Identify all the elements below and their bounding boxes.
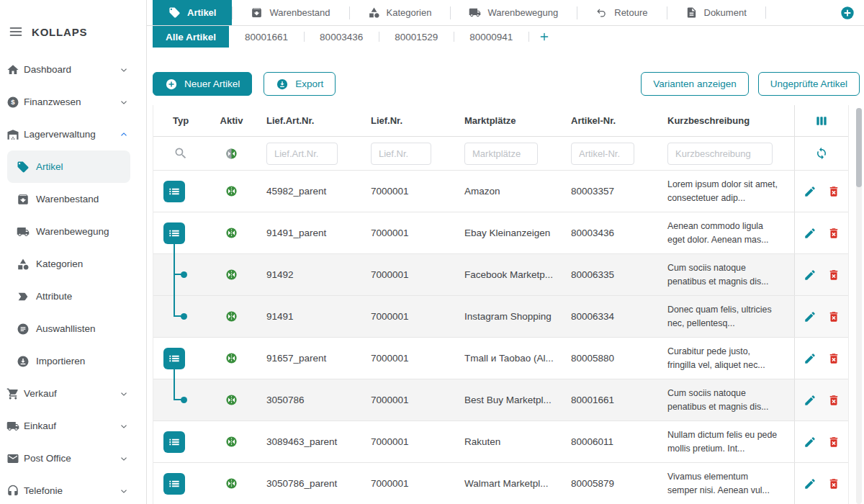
sidebar-item-verkauf[interactable]: Verkauf: [0, 377, 146, 410]
sidebar-item-lagerverwaltung[interactable]: Lagerverwaltung: [0, 118, 146, 150]
edit-button[interactable]: [804, 269, 816, 282]
subtab-80000941[interactable]: 80000941: [454, 26, 528, 48]
sidebar-item-warenbestand[interactable]: Warenbestand: [7, 183, 130, 215]
filter-lief-nr-input[interactable]: [371, 143, 431, 165]
list-icon: [167, 477, 181, 491]
unchecked-articles-button[interactable]: Ungeprüfte Artikel: [758, 72, 860, 96]
edit-button[interactable]: [804, 352, 816, 365]
article-type-button[interactable]: [163, 473, 185, 495]
delete-button[interactable]: [827, 269, 840, 282]
subtab-80001529[interactable]: 80001529: [379, 26, 454, 48]
tab-kategorien[interactable]: Kategorien: [349, 0, 451, 25]
active-filter-toggle[interactable]: [225, 148, 238, 160]
cell-lief-nr: 7000001: [359, 395, 453, 405]
sidebar-item-finanzwesen[interactable]: $Finanzwesen: [0, 86, 146, 118]
article-type-button[interactable]: [163, 431, 185, 453]
sidebar-item-kategorien[interactable]: Kategorien: [7, 248, 130, 280]
export-button[interactable]: Export: [264, 72, 336, 96]
subtab-80003436[interactable]: 80003436: [304, 26, 379, 48]
plus-icon: [539, 31, 550, 42]
new-article-button[interactable]: Neuer Artikel: [153, 72, 252, 96]
add-tab-button[interactable]: [840, 5, 855, 21]
delete-button[interactable]: [827, 352, 840, 365]
tab-warenbestand[interactable]: Warenbestand: [232, 0, 348, 25]
active-toggle[interactable]: [225, 310, 238, 323]
cell-typ: [153, 338, 208, 379]
tab-artikel[interactable]: Artikel: [153, 0, 232, 25]
tree-node-dot: [181, 313, 187, 320]
chevron-down-icon: [119, 389, 129, 399]
delete-button[interactable]: [827, 310, 840, 323]
col-header-lief-art-nr[interactable]: Lief.Art.Nr.: [255, 115, 359, 126]
filter-artikel-nr-input[interactable]: [571, 143, 634, 165]
cell-artikel-nr: 80005879: [559, 478, 656, 489]
active-toggle[interactable]: [225, 394, 238, 406]
delete-button[interactable]: [827, 227, 840, 240]
active-toggle[interactable]: [225, 352, 238, 364]
refresh-icon: [815, 147, 828, 160]
article-type-button[interactable]: [163, 222, 185, 244]
sidebar-item-importieren[interactable]: Importieren: [7, 345, 130, 377]
cell-kurzbeschreibung: Nullam dictum felis eu pede mollis preti…: [656, 428, 794, 455]
refresh-button[interactable]: [815, 147, 828, 160]
col-header-lief-nr[interactable]: Lief.Nr.: [359, 115, 453, 126]
category-icon: [368, 6, 380, 19]
cell-artikel-nr: 80003357: [559, 186, 656, 197]
tab-warenbewegung[interactable]: Warenbewegung: [450, 0, 577, 25]
cell-actions: [794, 254, 848, 295]
archive-box-icon: [251, 6, 263, 19]
col-header-aktiv[interactable]: Aktiv: [208, 115, 255, 126]
sidebar-item-label: Kategorien: [36, 258, 83, 269]
tab-retoure[interactable]: Retoure: [577, 0, 666, 25]
sidebar-item-auswahllisten[interactable]: Auswahllisten: [7, 312, 130, 345]
sidebar-item-attribute[interactable]: Attribute: [7, 280, 130, 312]
edit-button[interactable]: [804, 394, 816, 407]
articles-table: Typ Aktiv Lief.Art.Nr. Lief.Nr. Marktplä…: [153, 105, 849, 504]
active-toggle[interactable]: [225, 477, 238, 490]
sidebar-item-dashboard[interactable]: Dashboard: [0, 53, 146, 86]
subtab-label: Alle Artikel: [166, 32, 216, 42]
active-toggle[interactable]: [225, 227, 238, 239]
sidebar-item-artikel[interactable]: Artikel: [7, 150, 130, 183]
edit-button[interactable]: [804, 185, 816, 198]
edit-button[interactable]: [804, 310, 816, 323]
tag-icon: [17, 161, 30, 174]
delete-button[interactable]: [827, 436, 840, 449]
subtab-alle-artikel[interactable]: Alle Artikel: [153, 26, 229, 48]
sidebar-item-einkauf[interactable]: Einkauf: [0, 410, 146, 442]
col-header-marktplaetze[interactable]: Marktplätze: [453, 115, 559, 126]
active-toggle[interactable]: [225, 269, 238, 281]
app-root: KOLLAPS Dashboard$FinanzwesenLagerverwal…: [0, 0, 864, 504]
filter-kurzbeschreibung-input[interactable]: [667, 143, 773, 165]
active-toggle[interactable]: [225, 436, 238, 448]
article-type-button[interactable]: [163, 348, 185, 369]
column-settings-button[interactable]: [814, 114, 829, 128]
article-type-button[interactable]: [163, 181, 185, 202]
filter-marktplaetze-input[interactable]: [464, 143, 538, 165]
menu-icon[interactable]: [9, 24, 23, 39]
delete-button[interactable]: [827, 477, 840, 490]
filter-lief-art-nr-input[interactable]: [266, 143, 338, 165]
edit-button[interactable]: [804, 477, 816, 490]
edit-button[interactable]: [804, 227, 816, 240]
col-header-artikel-nr[interactable]: Artikel-Nr.: [559, 115, 656, 126]
truck-icon: [17, 225, 30, 238]
sidebar-item-post-office[interactable]: Post Office: [0, 442, 146, 474]
table-row: 3050786_parent7000001Walmart Marketpl...…: [153, 463, 848, 504]
scrollbar-thumb[interactable]: [856, 108, 862, 187]
sidebar: KOLLAPS Dashboard$FinanzwesenLagerverwal…: [0, 0, 147, 504]
active-toggle[interactable]: [225, 185, 238, 197]
subtab-80001661[interactable]: 80001661: [229, 26, 304, 48]
cell-artikel-nr: 80001661: [559, 395, 656, 405]
delete-button[interactable]: [827, 185, 840, 198]
edit-button[interactable]: [804, 436, 816, 449]
sidebar-item-warenbewegung[interactable]: Warenbewegung: [7, 215, 130, 248]
delete-button[interactable]: [827, 394, 840, 407]
cell-artikel-nr: 80003436: [559, 228, 656, 238]
col-header-typ[interactable]: Typ: [153, 115, 208, 126]
tab-dokument[interactable]: Dokument: [667, 0, 765, 25]
show-variants-button[interactable]: Varianten anzeigen: [641, 72, 748, 96]
col-header-kurzbeschreibung[interactable]: Kurzbeschreibung: [656, 115, 794, 126]
sidebar-item-telefonie[interactable]: Telefonie: [0, 474, 146, 504]
add-article-tab-button[interactable]: [528, 26, 560, 48]
